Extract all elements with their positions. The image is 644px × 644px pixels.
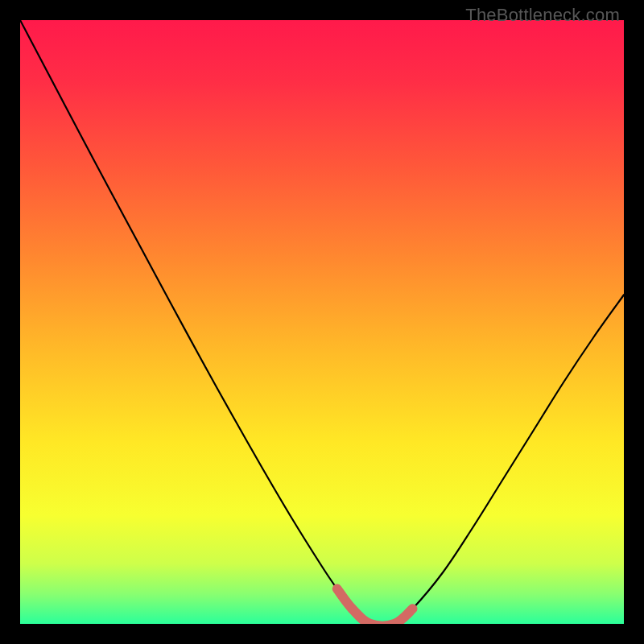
- plot-area: [20, 20, 624, 624]
- bottleneck-curve: [20, 20, 624, 624]
- main-curve-path: [20, 20, 624, 624]
- watermark-text: TheBottleneck.com: [465, 5, 620, 26]
- chart-frame: TheBottleneck.com: [0, 0, 644, 644]
- optimal-range-highlight: [337, 589, 413, 625]
